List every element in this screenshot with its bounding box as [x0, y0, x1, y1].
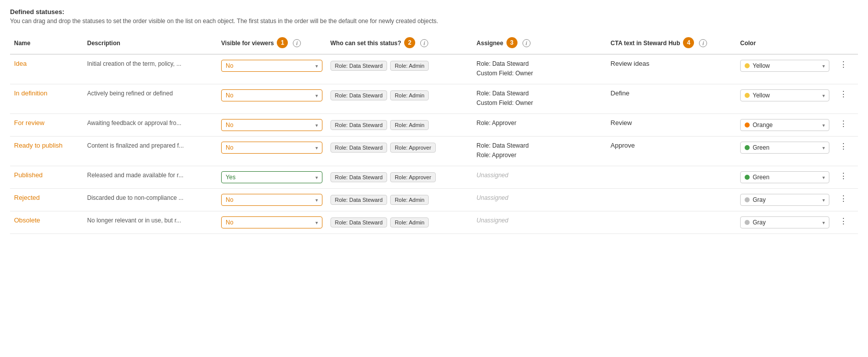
status-name-1[interactable]: In definition	[14, 89, 48, 97]
section-description: You can drag and drop the statuses to se…	[10, 18, 858, 25]
assignee-cell-0: Role: Data StewardCustom Field: Owner	[472, 54, 606, 84]
who-badges-1: Role: Data StewardRole: Admin	[330, 89, 469, 101]
status-name-0[interactable]: Idea	[14, 60, 27, 67]
role-badge: Role: Data Steward	[330, 195, 387, 205]
status-name-6[interactable]: Obsolete	[14, 216, 40, 224]
status-table: Name Description Visible for viewers 1 i…	[10, 33, 858, 234]
section-title: Defined statuses:	[10, 8, 858, 16]
more-actions-button-0[interactable]: ⋮	[837, 59, 849, 70]
assignee-row: Custom Field: Owner	[476, 99, 602, 106]
col-header-visible: Visible for viewers 1 i	[217, 33, 326, 54]
status-description-2: Awaiting feedback or approval fro...	[87, 120, 182, 127]
role-badge: Role: Data Steward	[330, 61, 387, 71]
assignee-text: Custom Field: Owner	[476, 70, 533, 77]
visible-dropdown-5[interactable]: No▾	[221, 194, 322, 206]
color-label-2: Orange	[753, 122, 773, 129]
more-actions-button-1[interactable]: ⋮	[837, 89, 849, 99]
role-badge: Role: Data Steward	[330, 90, 387, 100]
color-chevron-5: ▾	[822, 197, 825, 203]
table-row: RejectedDiscarded due to non-compliance …	[10, 189, 858, 211]
visible-dropdown-0[interactable]: No▾	[221, 60, 322, 72]
more-actions-button-4[interactable]: ⋮	[837, 171, 849, 181]
col-header-name: Name	[10, 33, 83, 54]
col-header-who: Who can set this status? 2 i	[326, 33, 473, 54]
color-chevron-3: ▾	[822, 145, 825, 151]
role-badge: Role: Admin	[390, 90, 429, 100]
color-dropdown-1[interactable]: Yellow▾	[740, 89, 829, 101]
assignee-cell-3: Role: Data StewardRole: Approver	[472, 137, 606, 166]
status-name-2[interactable]: For review	[14, 119, 45, 127]
col-header-cta: CTA text in Steward Hub 4 i	[607, 33, 736, 54]
color-dropdown-2[interactable]: Orange▾	[740, 119, 829, 131]
who-badges-4: Role: Data StewardRole: Approver	[330, 171, 469, 183]
more-actions-button-5[interactable]: ⋮	[837, 193, 849, 204]
table-row: ObsoleteNo longer relevant or in use, bu…	[10, 211, 858, 234]
color-dot-5	[745, 197, 750, 202]
assignee-cell-2: Role: Approver	[472, 114, 606, 137]
status-name-4[interactable]: Published	[14, 171, 43, 179]
assignee-row: Role: Data Steward	[476, 142, 602, 149]
table-row: Ready to publishContent is finalized and…	[10, 137, 858, 166]
assignee-text: Custom Field: Owner	[476, 99, 533, 106]
step-badge-4: 4	[683, 37, 694, 48]
color-chevron-4: ▾	[822, 175, 825, 180]
role-badge: Role: Admin	[390, 120, 429, 130]
status-name-5[interactable]: Rejected	[14, 194, 40, 201]
visible-dropdown-1[interactable]: No▾	[221, 89, 322, 101]
table-body: IdeaInitial creation of the term, policy…	[10, 54, 858, 234]
info-icon-who[interactable]: i	[420, 39, 428, 47]
status-description-3: Content is finalized and prepared f...	[87, 142, 184, 149]
assignee-text: Role: Data Steward	[476, 142, 529, 149]
role-badge: Role: Data Steward	[330, 120, 387, 130]
who-badges-3: Role: Data StewardRole: Approver	[330, 142, 469, 154]
step-badge-2: 2	[404, 37, 415, 48]
assignee-text: Role: Data Steward	[476, 90, 529, 97]
status-name-3[interactable]: Ready to publish	[14, 142, 63, 149]
table-row: In definitionActively being refined or d…	[10, 84, 858, 114]
visible-dropdown-4[interactable]: Yes▾	[221, 171, 322, 183]
role-badge: Role: Admin	[390, 217, 429, 227]
assignee-text: Role: Approver	[476, 152, 516, 159]
more-actions-button-2[interactable]: ⋮	[837, 118, 849, 129]
info-icon-assignee[interactable]: i	[523, 39, 531, 47]
table-row: IdeaInitial creation of the term, policy…	[10, 54, 858, 84]
color-dropdown-6[interactable]: Gray▾	[740, 216, 829, 228]
table-header-row: Name Description Visible for viewers 1 i…	[10, 33, 858, 54]
col-header-color: Color	[736, 33, 833, 54]
color-label-3: Green	[753, 144, 769, 151]
role-badge: Role: Data Steward	[330, 217, 387, 227]
color-dropdown-5[interactable]: Gray▾	[740, 194, 829, 206]
status-description-4: Released and made available for r...	[87, 172, 184, 179]
color-dropdown-3[interactable]: Green▾	[740, 142, 829, 154]
more-actions-button-6[interactable]: ⋮	[837, 216, 849, 226]
color-dropdown-4[interactable]: Green▾	[740, 171, 829, 183]
assignee-cell-6: Unassigned	[472, 211, 606, 234]
assignee-row: Custom Field: Owner	[476, 69, 602, 77]
col-header-assignee: Assignee 3 i	[472, 33, 606, 54]
role-badge: Role: Data Steward	[330, 172, 387, 182]
who-badges-6: Role: Data StewardRole: Admin	[330, 216, 469, 228]
color-dot-0	[745, 63, 750, 68]
color-dot-1	[745, 93, 750, 98]
info-icon-cta[interactable]: i	[699, 39, 707, 47]
visible-dropdown-3[interactable]: No▾	[221, 142, 322, 154]
cta-text-3: Approve	[611, 142, 635, 149]
more-actions-button-3[interactable]: ⋮	[837, 141, 849, 152]
role-badge: Role: Approver	[390, 172, 436, 182]
col-header-actions	[833, 33, 858, 54]
assignee-row: Role: Data Steward	[476, 60, 602, 67]
color-dot-2	[745, 123, 750, 128]
status-description-0: Initial creation of the term, policy, ..…	[87, 60, 182, 67]
who-badges-0: Role: Data StewardRole: Admin	[330, 60, 469, 72]
color-chevron-6: ▾	[822, 220, 825, 225]
color-dropdown-0[interactable]: Yellow▾	[740, 60, 829, 72]
info-icon-visible[interactable]: i	[293, 39, 301, 47]
assignee-cell-5: Unassigned	[472, 189, 606, 211]
color-label-1: Yellow	[753, 92, 770, 99]
unassigned-label-4: Unassigned	[476, 172, 508, 179]
visible-dropdown-6[interactable]: No▾	[221, 216, 322, 228]
table-row: For reviewAwaiting feedback or approval …	[10, 114, 858, 137]
visible-dropdown-2[interactable]: No▾	[221, 119, 322, 131]
assignee-row: Role: Approver	[476, 151, 602, 159]
color-label-6: Gray	[753, 219, 766, 226]
